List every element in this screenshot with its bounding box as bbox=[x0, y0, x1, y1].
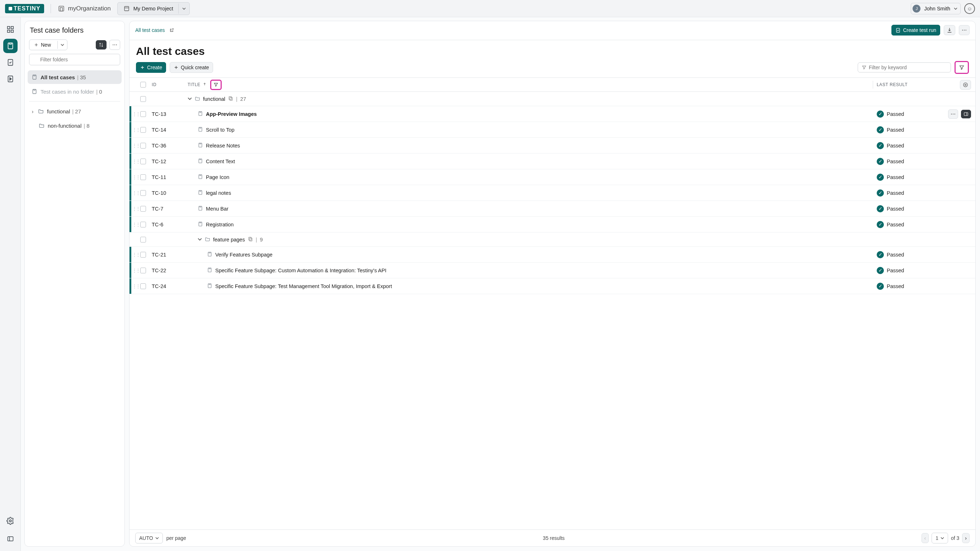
select-all-checkbox[interactable] bbox=[140, 82, 146, 88]
table-row[interactable]: ⋮⋮ TC-21 Verify Features Subpage ✓ Passe… bbox=[129, 247, 975, 263]
row-id: TC-22 bbox=[152, 268, 188, 273]
clipboard-icon bbox=[207, 283, 212, 290]
row-checkbox[interactable] bbox=[140, 159, 146, 164]
chevron-down-icon[interactable] bbox=[188, 96, 192, 102]
col-last-result[interactable]: LAST RESULT bbox=[877, 82, 956, 87]
row-checkbox[interactable] bbox=[140, 206, 146, 212]
row-checkbox[interactable] bbox=[140, 143, 146, 148]
table-group-row[interactable]: feature pages | 9 bbox=[129, 233, 975, 247]
table-row[interactable]: ⋮⋮ TC-24 Specific Feature Subpage: Test … bbox=[129, 279, 975, 294]
folder-all-testcases[interactable]: All test cases 35 bbox=[28, 70, 122, 84]
row-title: Verify Features Subpage bbox=[215, 252, 273, 258]
external-link-icon[interactable] bbox=[167, 26, 175, 34]
project-switch[interactable]: My Demo Project bbox=[117, 2, 190, 15]
sort-asc-icon[interactable] bbox=[203, 82, 207, 87]
table-row[interactable]: ⋮⋮ TC-13 App-Preview Images ✓ Passed ⋯ bbox=[129, 106, 975, 122]
folder-all-count: 35 bbox=[77, 74, 86, 80]
rail-collapse[interactable] bbox=[3, 532, 18, 546]
drag-handle-icon[interactable]: ⋮⋮ bbox=[132, 252, 140, 257]
column-settings-button[interactable] bbox=[960, 80, 971, 90]
create-button[interactable]: Create bbox=[136, 62, 166, 73]
help-icon[interactable]: ☺ bbox=[964, 3, 975, 14]
user-menu[interactable]: J John Smith bbox=[911, 3, 961, 14]
page-next[interactable]: › bbox=[962, 533, 970, 543]
row-checkbox[interactable] bbox=[140, 96, 146, 102]
table-row[interactable]: ⋮⋮ TC-7 Menu Bar ✓ Passed bbox=[129, 201, 975, 217]
clipboard-icon bbox=[207, 252, 212, 258]
sidebar-more-button[interactable]: ⋯ bbox=[110, 40, 120, 50]
folder-nofolder[interactable]: Test cases in no folder 0 bbox=[28, 84, 122, 98]
chevron-right-icon[interactable]: › bbox=[30, 108, 35, 115]
title-filter-button[interactable] bbox=[212, 81, 220, 88]
rail-testcases[interactable] bbox=[3, 39, 18, 53]
table-row[interactable]: ⋮⋮ TC-22 Specific Feature Subpage: Custo… bbox=[129, 263, 975, 279]
table-row[interactable]: ⋮⋮ TC-10 legal notes ✓ Passed bbox=[129, 185, 975, 201]
drag-handle-icon[interactable]: ⋮⋮ bbox=[132, 268, 140, 273]
new-button[interactable]: New bbox=[29, 40, 67, 50]
row-checkbox[interactable] bbox=[140, 252, 146, 258]
table-group-row[interactable]: functional | 27 bbox=[129, 92, 975, 106]
import-button[interactable] bbox=[944, 25, 955, 35]
folder-functional[interactable]: › functional 27 bbox=[28, 104, 122, 118]
row-checkbox[interactable] bbox=[140, 268, 146, 273]
project-name-seg[interactable]: My Demo Project bbox=[118, 3, 178, 15]
page-size-select[interactable]: AUTO bbox=[135, 533, 163, 543]
rail-dashboard[interactable] bbox=[3, 22, 18, 37]
folder-filter-input[interactable] bbox=[29, 54, 120, 65]
brand-logo[interactable]: TESTINY bbox=[5, 4, 44, 13]
result-passed: ✓ Passed bbox=[877, 126, 956, 134]
drag-handle-icon[interactable]: ⋮⋮ bbox=[132, 191, 140, 196]
row-more-button[interactable]: ⋯ bbox=[948, 110, 958, 119]
breadcrumb[interactable]: All test cases bbox=[135, 26, 175, 34]
check-icon: ✓ bbox=[877, 126, 884, 134]
title-filter-highlight bbox=[210, 80, 222, 90]
row-checkbox[interactable] bbox=[140, 283, 146, 289]
drag-handle-icon[interactable]: ⋮⋮ bbox=[132, 222, 140, 227]
keyword-filter[interactable] bbox=[858, 62, 951, 72]
page-total: of 3 bbox=[951, 535, 959, 541]
drag-handle-icon[interactable]: ⋮⋮ bbox=[132, 206, 140, 211]
col-title[interactable]: TITLE bbox=[188, 82, 200, 87]
page-prev[interactable]: ‹ bbox=[921, 533, 929, 543]
row-checkbox[interactable] bbox=[140, 174, 146, 180]
drag-handle-icon[interactable]: ⋮⋮ bbox=[132, 143, 140, 148]
rail-settings[interactable] bbox=[3, 514, 18, 528]
quick-create-button[interactable]: Quick create bbox=[170, 62, 213, 73]
row-checkbox[interactable] bbox=[140, 237, 146, 242]
col-id[interactable]: ID bbox=[152, 82, 188, 87]
page-current-select[interactable]: 1 bbox=[932, 533, 948, 543]
drag-handle-icon[interactable]: ⋮⋮ bbox=[132, 127, 140, 132]
more-button[interactable]: ⋯ bbox=[959, 25, 970, 35]
new-caret[interactable] bbox=[57, 41, 67, 49]
sidebar: Test case folders New ⋯ bbox=[24, 21, 125, 547]
table-row[interactable]: ⋮⋮ TC-36 Release Notes ✓ Passed bbox=[129, 138, 975, 153]
org-switch[interactable]: myOrganization bbox=[57, 5, 111, 13]
chevron-down-icon[interactable] bbox=[198, 237, 202, 242]
rail-runs[interactable] bbox=[3, 55, 18, 70]
table-row[interactable]: ⋮⋮ TC-14 Scroll to Top ✓ Passed bbox=[129, 122, 975, 138]
drag-handle-icon[interactable]: ⋮⋮ bbox=[132, 284, 140, 289]
filter-toggle-button[interactable] bbox=[956, 63, 967, 72]
row-checkbox[interactable] bbox=[140, 127, 146, 133]
table-footer: AUTO per page 35 results ‹ 1 of 3 › bbox=[129, 529, 975, 546]
row-checkbox[interactable] bbox=[140, 111, 146, 117]
row-open-button[interactable] bbox=[961, 110, 971, 118]
folder-nonfunctional[interactable]: non-functional 8 bbox=[28, 119, 122, 132]
org-icon bbox=[57, 5, 65, 13]
drag-handle-icon[interactable]: ⋮⋮ bbox=[132, 111, 140, 116]
row-checkbox[interactable] bbox=[140, 190, 146, 196]
table-row[interactable]: ⋮⋮ TC-11 Page Icon ✓ Passed bbox=[129, 169, 975, 185]
row-id: TC-14 bbox=[152, 127, 188, 133]
rail-plans[interactable] bbox=[3, 72, 18, 86]
sort-button[interactable] bbox=[96, 40, 107, 49]
project-caret[interactable] bbox=[178, 3, 189, 14]
nav-rail bbox=[0, 17, 21, 551]
keyword-input[interactable] bbox=[869, 65, 947, 70]
row-checkbox[interactable] bbox=[140, 222, 146, 228]
breadcrumb-item[interactable]: All test cases bbox=[135, 27, 165, 33]
table-row[interactable]: ⋮⋮ TC-12 Content Text ✓ Passed bbox=[129, 153, 975, 169]
drag-handle-icon[interactable]: ⋮⋮ bbox=[132, 175, 140, 180]
table-row[interactable]: ⋮⋮ TC-6 Registration ✓ Passed bbox=[129, 217, 975, 233]
create-test-run-button[interactable]: Create test run bbox=[891, 25, 940, 35]
drag-handle-icon[interactable]: ⋮⋮ bbox=[132, 159, 140, 164]
